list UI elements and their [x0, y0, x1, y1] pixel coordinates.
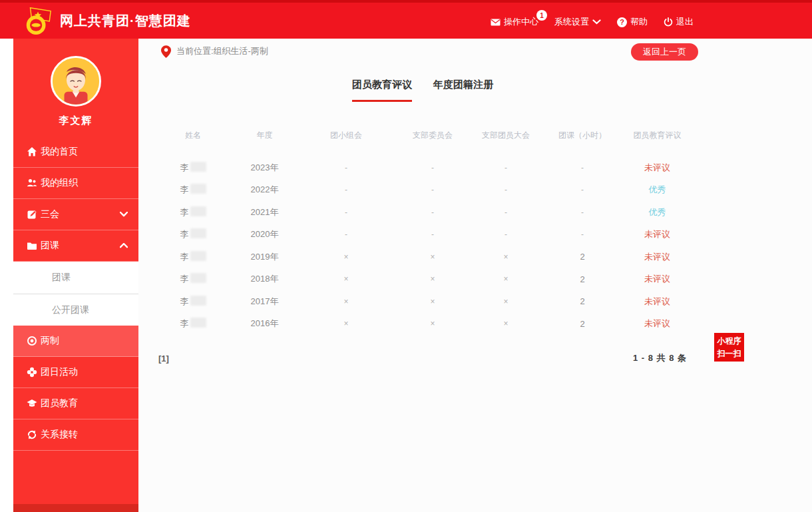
- name-text: 李: [180, 252, 189, 262]
- avatar: [51, 56, 101, 107]
- committee-cell: ×: [396, 297, 469, 306]
- year-cell: 2022年: [233, 184, 296, 196]
- group-meeting-cell: -: [296, 230, 396, 239]
- group-meeting-cell: ×: [296, 252, 396, 262]
- name-text: 李: [180, 184, 189, 194]
- back-button[interactable]: 返回上一页: [631, 43, 698, 61]
- sidebar-item-label: 我的组织: [41, 177, 78, 189]
- course-hours-cell: -: [542, 185, 622, 194]
- location-pin-icon: [161, 45, 171, 58]
- censored-name-patch: [190, 162, 206, 172]
- league-emblem-logo: [23, 5, 53, 37]
- tab-annual-registration[interactable]: 年度团籍注册: [433, 79, 493, 102]
- name-text: 李: [180, 274, 189, 284]
- table-row: 李 2021年 - - - - 优秀: [153, 201, 692, 224]
- committee-cell: -: [396, 185, 469, 194]
- status-badge: 未评议: [644, 162, 670, 172]
- sidebar-item-label: 团员教育: [41, 397, 78, 409]
- power-icon: [664, 17, 673, 27]
- users-icon: [27, 178, 37, 188]
- content-container: 团员教育评议 年度团籍注册 姓名 年度 团小组会 支部委员会 支部团员大会 团课…: [153, 79, 692, 364]
- sidebar-item-league-day-activity[interactable]: 团日活动: [13, 357, 138, 388]
- breadcrumb-row: 当前位置:组织生活-两制 返回上一页: [138, 39, 812, 64]
- table-row: 李 2017年 × × × 2 未评议: [153, 290, 692, 313]
- sidebar-item-three-meetings[interactable]: 三会: [13, 199, 138, 230]
- folder-icon: [27, 240, 37, 251]
- year-cell: 2020年: [233, 228, 296, 240]
- tab-bar: 团员教育评议 年度团籍注册: [153, 79, 692, 102]
- name-text: 李: [180, 296, 189, 306]
- year-cell: 2017年: [233, 296, 296, 308]
- name-text: 李: [180, 162, 189, 172]
- column-header-year: 年度: [233, 130, 296, 141]
- pagination-summary: 1 - 8 共 8 条: [633, 352, 687, 364]
- branch-meeting-cell: ×: [469, 319, 542, 328]
- year-cell: 2021年: [233, 206, 296, 218]
- submenu-item-public-league-course[interactable]: 公开团课: [13, 294, 138, 326]
- table-header-row: 姓名 年度 团小组会 支部委员会 支部团员大会 团课（小时） 团员教育评议: [153, 126, 692, 144]
- sidebar-item-two-systems[interactable]: 两制: [13, 326, 138, 357]
- sidebar-item-member-education[interactable]: 团员教育: [13, 388, 138, 419]
- committee-cell: -: [396, 163, 469, 172]
- action-center-label: 操作中心: [504, 16, 538, 28]
- name-cell: 李: [153, 273, 233, 285]
- column-header-group-meeting: 团小组会: [296, 130, 396, 141]
- branch-meeting-cell: -: [469, 185, 542, 194]
- committee-cell: -: [396, 230, 469, 239]
- system-settings-menu-item[interactable]: 系统设置: [554, 16, 601, 28]
- transfer-icon: [27, 429, 37, 440]
- sidebar-item-league-course[interactable]: 团课: [13, 230, 138, 262]
- mini-program-scan-badge[interactable]: 小程序 扫一扫: [714, 333, 744, 362]
- sidebar-item-my-home[interactable]: 我的首页: [13, 136, 138, 168]
- sidebar-item-label: 三会: [41, 208, 59, 220]
- sidebar-item-label: 我的首页: [41, 146, 78, 158]
- name-text: 李: [180, 207, 189, 217]
- group-meeting-cell: -: [296, 163, 396, 172]
- logout-menu-item[interactable]: 退出: [664, 16, 694, 28]
- action-center-menu-item[interactable]: 操作中心 1: [491, 16, 538, 28]
- pagination-row: [1] 1 - 8 共 8 条: [153, 352, 692, 364]
- course-hours-cell: -: [542, 163, 622, 172]
- chevron-down-icon: [120, 212, 128, 217]
- censored-name-patch: [190, 184, 206, 194]
- committee-cell: ×: [396, 252, 469, 262]
- question-icon: ?: [617, 17, 627, 27]
- user-profile: 李文辉: [13, 39, 138, 127]
- mail-icon: [491, 19, 501, 26]
- name-cell: 李: [153, 162, 233, 174]
- league-course-submenu: 团课 公开团课: [13, 262, 138, 326]
- edit-icon: [27, 209, 37, 220]
- group-meeting-cell: ×: [296, 297, 396, 306]
- sidebar-item-label: 两制: [41, 335, 59, 347]
- column-header-branch-committee: 支部委员会: [396, 130, 469, 141]
- sidebar-item-relationship-transfer[interactable]: 关系接转: [13, 419, 138, 451]
- activity-icon: [27, 367, 37, 378]
- censored-name-patch: [190, 228, 206, 238]
- mini-program-badge-line2: 扫一扫: [714, 348, 744, 360]
- username: 李文辉: [13, 115, 138, 127]
- sidebar-item-my-organization[interactable]: 我的组织: [13, 168, 138, 199]
- course-hours-cell: 2: [542, 274, 622, 284]
- sidebar: 李文辉 我的首页 我的组织 三会: [13, 39, 138, 512]
- column-header-branch-assembly: 支部团员大会: [469, 130, 542, 141]
- censored-name-patch: [190, 273, 206, 283]
- branch-meeting-cell: -: [469, 208, 542, 217]
- group-meeting-cell: -: [296, 208, 396, 217]
- app-title: 网上共青团·智慧团建: [60, 12, 191, 30]
- help-menu-item[interactable]: ? 帮助: [617, 16, 648, 28]
- name-cell: 李: [153, 296, 233, 308]
- table-row: 李 2022年 - - - - 优秀: [153, 179, 692, 202]
- name-cell: 李: [153, 228, 233, 240]
- status-badge: 未评议: [644, 318, 670, 328]
- notification-badge: 1: [536, 10, 547, 21]
- tab-member-education-review[interactable]: 团员教育评议: [352, 79, 412, 102]
- submenu-item-league-course[interactable]: 团课: [13, 262, 138, 294]
- branch-meeting-cell: ×: [469, 252, 542, 262]
- breadcrumb: 当前位置:组织生活-两制: [176, 45, 268, 57]
- committee-cell: ×: [396, 274, 469, 284]
- table-row: 李 2023年 - - - - 未评议: [153, 156, 692, 179]
- page-number[interactable]: [1]: [158, 354, 169, 364]
- column-header-course-hours: 团课（小时）: [542, 130, 622, 141]
- name-text: 李: [180, 229, 189, 239]
- name-cell: 李: [153, 251, 233, 263]
